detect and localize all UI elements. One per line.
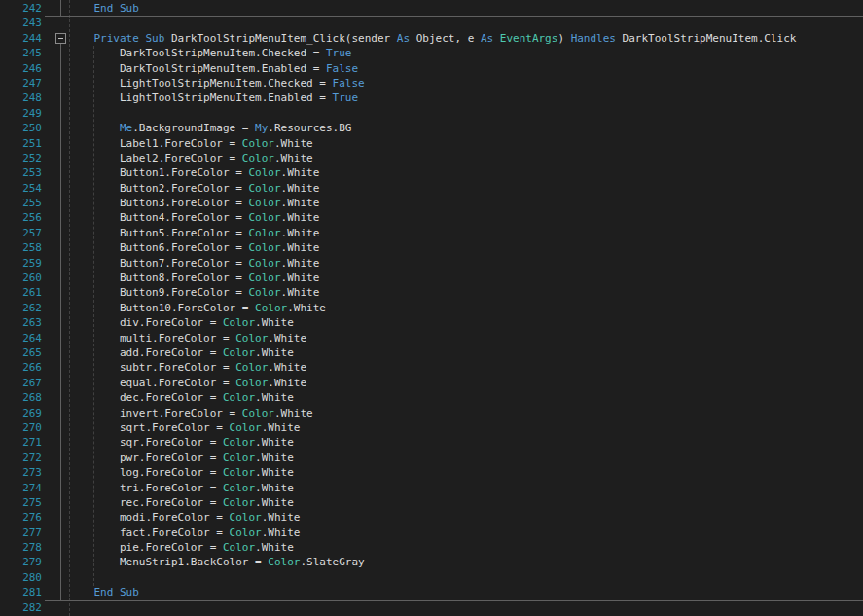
code-line-content[interactable]: subtr.ForeColor = Color.White — [68, 360, 306, 375]
code-line-282[interactable]: 282 — [0, 600, 863, 615]
code-line-256[interactable]: 256 Button4.ForeColor = Color.White — [0, 210, 863, 225]
code-line-content[interactable]: LightToolStripMenuItem.Enabled = True — [68, 91, 358, 105]
code-token: DarkToolStripMenuItem.Checked = — [68, 47, 326, 59]
code-token: .White — [255, 496, 294, 509]
code-line-content[interactable]: Button5.ForeColor = Color.White — [68, 226, 319, 240]
code-token: add.ForeColor = — [68, 346, 223, 359]
code-line-261[interactable]: 261 Button9.ForeColor = Color.White — [0, 285, 863, 300]
code-line-content[interactable]: Button8.ForeColor = Color.White — [68, 271, 319, 285]
code-line-249[interactable]: 249 — [0, 106, 863, 121]
code-line-279[interactable]: 279 MenuStrip1.BackColor = Color.SlateGr… — [0, 555, 863, 569]
code-line-246[interactable]: 246 DarkToolStripMenuItem.Enabled = Fals… — [0, 61, 863, 76]
code-line-content[interactable]: Button4.ForeColor = Color.White — [68, 210, 319, 225]
code-line-263[interactable]: 263 div.ForeColor = Color.White — [0, 315, 863, 330]
code-line-content[interactable]: Label1.ForeColor = Color.White — [68, 136, 313, 151]
code-line-content[interactable]: add.ForeColor = Color.White — [68, 345, 294, 360]
collapse-region-minus-icon[interactable] — [55, 33, 66, 44]
code-line-content[interactable]: div.ForeColor = Color.White — [68, 315, 294, 330]
code-line-264[interactable]: 264 multi.ForeColor = Color.White — [0, 331, 863, 345]
code-line-content[interactable]: pie.ForeColor = Color.White — [68, 540, 294, 555]
code-token: .White — [262, 421, 301, 434]
code-token: subtr.ForeColor = — [68, 361, 235, 374]
code-token: Color — [242, 152, 274, 164]
code-line-content[interactable]: log.ForeColor = Color.White — [68, 465, 294, 480]
code-line-255[interactable]: 255 Button3.ForeColor = Color.White — [0, 196, 863, 210]
code-line-content[interactable]: Button1.ForeColor = Color.White — [68, 165, 319, 180]
code-line-content[interactable]: Button2.ForeColor = Color.White — [68, 181, 319, 196]
code-line-content[interactable]: Button10.ForeColor = Color.White — [68, 301, 326, 315]
code-line-247[interactable]: 247 LightToolStripMenuItem.Checked = Fal… — [0, 76, 863, 91]
code-token: dec.ForeColor = — [68, 391, 223, 404]
code-line-content[interactable]: sqrt.ForeColor = Color.White — [68, 420, 300, 435]
code-line-269[interactable]: 269 invert.ForeColor = Color.White — [0, 406, 863, 420]
code-token: LightToolStripMenuItem.Checked = — [68, 77, 333, 90]
code-line-content[interactable]: LightToolStripMenuItem.Checked = False — [68, 76, 365, 91]
line-number: 264 — [0, 331, 43, 345]
code-line-content[interactable]: modi.ForeColor = Color.White — [68, 510, 300, 525]
code-line-257[interactable]: 257 Button5.ForeColor = Color.White — [0, 226, 863, 240]
code-line-260[interactable]: 260 Button8.ForeColor = Color.White — [0, 271, 863, 285]
code-line-content[interactable]: sqr.ForeColor = Color.White — [68, 435, 294, 450]
code-line-250[interactable]: 250 Me.BackgroundImage = My.Resources.BG — [0, 121, 863, 135]
code-line-278[interactable]: 278 pie.ForeColor = Color.White — [0, 540, 863, 555]
code-line-245[interactable]: 245 DarkToolStripMenuItem.Checked = True — [0, 46, 863, 60]
code-token: Color — [235, 377, 268, 389]
code-line-content[interactable]: dec.ForeColor = Color.White — [68, 390, 294, 405]
code-line-content[interactable]: End Sub — [68, 585, 139, 599]
code-line-274[interactable]: 274 tri.ForeColor = Color.White — [0, 481, 863, 495]
code-line-275[interactable]: 275 rec.ForeColor = Color.White — [0, 495, 863, 510]
code-token: .White — [255, 482, 294, 494]
code-line-277[interactable]: 277 fact.ForeColor = Color.White — [0, 525, 863, 540]
code-line-content[interactable]: tri.ForeColor = Color.White — [68, 481, 294, 495]
code-line-254[interactable]: 254 Button2.ForeColor = Color.White — [0, 181, 863, 196]
code-line-258[interactable]: 258 Button6.ForeColor = Color.White — [0, 240, 863, 255]
code-token: Button7.ForeColor = — [68, 257, 248, 270]
line-number: 245 — [0, 46, 43, 60]
code-token: Button4.ForeColor = — [68, 211, 248, 224]
code-token: As — [397, 32, 410, 45]
code-token: Color — [223, 541, 255, 554]
code-line-259[interactable]: 259 Button7.ForeColor = Color.White — [0, 256, 863, 271]
code-line-content[interactable]: Private Sub DarkToolStripMenuItem_Click(… — [68, 31, 796, 46]
code-line-266[interactable]: 266 subtr.ForeColor = Color.White — [0, 360, 863, 375]
code-line-content[interactable]: Label2.ForeColor = Color.White — [68, 151, 313, 165]
code-line-content[interactable]: Button3.ForeColor = Color.White — [68, 196, 319, 210]
code-line-content[interactable]: Button6.ForeColor = Color.White — [68, 240, 319, 255]
code-line-248[interactable]: 248 LightToolStripMenuItem.Enabled = Tru… — [0, 91, 863, 105]
code-editor[interactable]: 242 End Sub243244 Private Sub DarkToolSt… — [0, 0, 863, 616]
code-line-265[interactable]: 265 add.ForeColor = Color.White — [0, 345, 863, 360]
code-line-273[interactable]: 273 log.ForeColor = Color.White — [0, 465, 863, 480]
code-line-content[interactable]: fact.ForeColor = Color.White — [68, 525, 300, 540]
code-line-252[interactable]: 252 Label2.ForeColor = Color.White — [0, 151, 863, 165]
code-token: Color — [242, 407, 274, 419]
code-line-243[interactable]: 243 — [0, 16, 863, 30]
code-line-content[interactable]: End Sub — [68, 1, 139, 16]
code-line-268[interactable]: 268 dec.ForeColor = Color.White — [0, 390, 863, 405]
code-token: True — [326, 47, 352, 59]
code-line-content[interactable]: equal.ForeColor = Color.White — [68, 376, 306, 390]
code-line-content[interactable]: rec.ForeColor = Color.White — [68, 495, 294, 510]
code-line-270[interactable]: 270 sqrt.ForeColor = Color.White — [0, 420, 863, 435]
code-line-244[interactable]: 244 Private Sub DarkToolStripMenuItem_Cl… — [0, 31, 863, 46]
code-line-242[interactable]: 242 End Sub — [0, 1, 863, 16]
code-line-253[interactable]: 253 Button1.ForeColor = Color.White — [0, 165, 863, 180]
code-token: Color — [248, 166, 280, 179]
code-line-276[interactable]: 276 modi.ForeColor = Color.White — [0, 510, 863, 525]
code-line-267[interactable]: 267 equal.ForeColor = Color.White — [0, 376, 863, 390]
code-line-content[interactable]: invert.ForeColor = Color.White — [68, 406, 313, 420]
code-line-281[interactable]: 281 End Sub — [0, 585, 863, 599]
code-line-content[interactable]: multi.ForeColor = Color.White — [68, 331, 306, 345]
code-line-content[interactable]: Button7.ForeColor = Color.White — [68, 256, 319, 271]
code-token: Me — [120, 122, 132, 134]
code-line-content[interactable]: DarkToolStripMenuItem.Enabled = False — [68, 61, 358, 76]
code-line-251[interactable]: 251 Label1.ForeColor = Color.White — [0, 136, 863, 151]
code-line-262[interactable]: 262 Button10.ForeColor = Color.White — [0, 301, 863, 315]
code-line-content[interactable]: MenuStrip1.BackColor = Color.SlateGray — [68, 555, 365, 569]
code-line-271[interactable]: 271 sqr.ForeColor = Color.White — [0, 435, 863, 450]
code-line-280[interactable]: 280 — [0, 570, 863, 585]
code-line-content[interactable]: DarkToolStripMenuItem.Checked = True — [68, 46, 351, 60]
code-line-content[interactable]: pwr.ForeColor = Color.White — [68, 451, 294, 465]
code-line-272[interactable]: 272 pwr.ForeColor = Color.White — [0, 451, 863, 465]
code-line-content[interactable]: Me.BackgroundImage = My.Resources.BG — [68, 121, 351, 135]
code-line-content[interactable]: Button9.ForeColor = Color.White — [68, 285, 319, 300]
